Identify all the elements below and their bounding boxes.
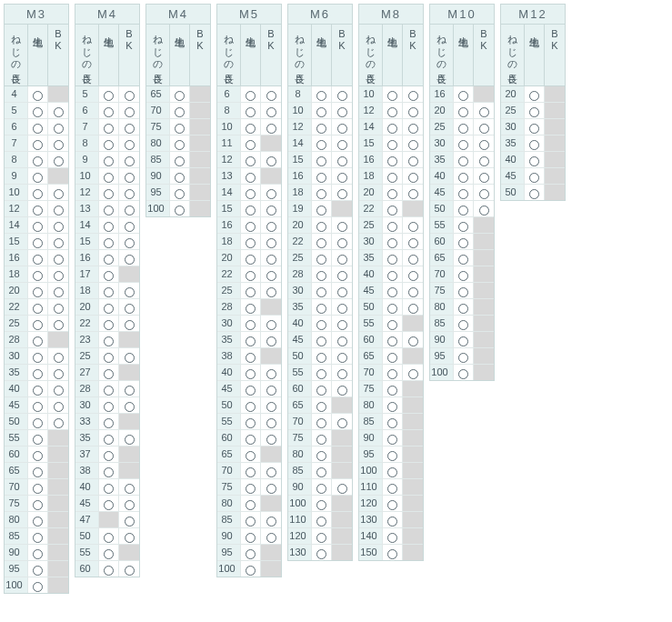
length-cell: 18	[5, 266, 28, 282]
available-icon	[408, 369, 418, 379]
available-icon	[316, 189, 326, 199]
table-row: 80	[217, 496, 281, 512]
table-row: 65	[217, 446, 281, 463]
available-icon	[387, 173, 397, 183]
table-header: ねじの長さ生地BK	[75, 25, 139, 86]
availability-cell-b	[119, 381, 139, 396]
availability-cell-b	[48, 348, 68, 364]
availability-cell-a	[383, 430, 403, 446]
length-cell: 95	[217, 545, 241, 560]
table-row: 150	[359, 545, 423, 560]
available-icon	[316, 156, 326, 166]
available-icon	[387, 271, 397, 281]
table-row: 15	[359, 135, 423, 152]
availability-cell-a	[99, 381, 119, 396]
available-icon	[337, 484, 347, 494]
available-icon	[125, 255, 135, 265]
table-row: 35	[217, 332, 281, 348]
availability-cell-b	[119, 185, 139, 200]
availability-cell-b	[332, 479, 352, 495]
available-icon	[125, 484, 135, 494]
available-icon	[54, 386, 64, 396]
availability-cell-a	[99, 86, 119, 102]
available-icon	[316, 549, 326, 559]
availability-cell-a	[241, 365, 261, 380]
availability-cell-a	[383, 332, 403, 347]
length-cell: 6	[5, 119, 28, 135]
table-row: 120	[288, 528, 352, 545]
available-icon	[175, 124, 185, 134]
available-icon	[387, 238, 397, 248]
available-icon	[408, 107, 418, 117]
availability-cell-b	[119, 496, 139, 511]
length-cell: 55	[75, 545, 99, 560]
availability-cell-a	[383, 234, 403, 249]
length-cell: 20	[5, 283, 28, 298]
available-icon	[337, 353, 347, 363]
available-icon	[266, 369, 276, 379]
availability-cell-b	[190, 185, 210, 200]
availability-cell-b	[332, 332, 352, 347]
table-header: ねじの長さ生地BK	[501, 25, 565, 86]
length-cell: 95	[430, 348, 454, 364]
available-icon	[125, 353, 135, 363]
length-cell: 100	[146, 201, 170, 216]
table-row: 65	[5, 463, 68, 479]
available-icon	[175, 189, 185, 199]
available-icon	[246, 353, 256, 363]
length-cell: 40	[75, 479, 99, 495]
availability-cell-a	[312, 316, 332, 331]
header-length: ねじの長さ	[288, 25, 312, 85]
availability-cell-b	[190, 201, 210, 216]
size-group: M3ねじの長さ生地BK45678910121415161820222528303…	[4, 4, 69, 594]
length-cell: 8	[75, 135, 99, 151]
table-row: 70	[430, 266, 494, 283]
availability-cell-b	[403, 332, 423, 347]
availability-cell-b	[119, 103, 139, 118]
availability-cell-a	[383, 119, 403, 135]
available-icon	[33, 271, 43, 281]
available-icon	[266, 238, 276, 248]
availability-cell-a	[312, 430, 332, 446]
table-row: 8	[288, 86, 352, 103]
available-icon	[408, 238, 418, 248]
availability-cell-b	[119, 316, 139, 331]
available-icon	[266, 222, 276, 232]
available-icon	[316, 386, 326, 396]
length-cell: 12	[75, 185, 99, 200]
table-row: 70	[146, 103, 210, 119]
available-icon	[54, 304, 64, 314]
available-icon	[54, 369, 64, 379]
available-icon	[104, 566, 114, 576]
table-row: 25	[217, 283, 281, 299]
table-row: 15	[5, 234, 68, 250]
available-icon	[246, 222, 256, 232]
table-row: 25	[430, 119, 494, 135]
available-icon	[316, 533, 326, 543]
available-icon	[458, 271, 468, 281]
length-cell: 95	[359, 446, 383, 462]
length-cell: 22	[5, 299, 28, 315]
available-icon	[104, 500, 114, 510]
available-icon	[246, 124, 256, 134]
table-row: 4	[5, 86, 68, 103]
availability-cell-a	[28, 152, 48, 167]
length-cell: 10	[75, 168, 99, 184]
availability-cell-b	[48, 266, 68, 282]
available-icon	[125, 320, 135, 330]
available-icon	[125, 107, 135, 117]
availability-cell-b	[48, 414, 68, 429]
availability-cell-b	[190, 103, 210, 118]
available-icon	[337, 107, 347, 117]
available-icon	[266, 386, 276, 396]
availability-cell-a	[28, 266, 48, 282]
availability-cell-a	[312, 332, 332, 347]
availability-cell-b	[403, 381, 423, 396]
available-icon	[387, 255, 397, 265]
table-row: 20	[5, 283, 68, 299]
available-icon	[104, 107, 114, 117]
length-cell: 47	[75, 512, 99, 527]
available-icon	[387, 533, 397, 543]
available-icon	[316, 451, 326, 461]
length-cell: 25	[501, 103, 525, 118]
